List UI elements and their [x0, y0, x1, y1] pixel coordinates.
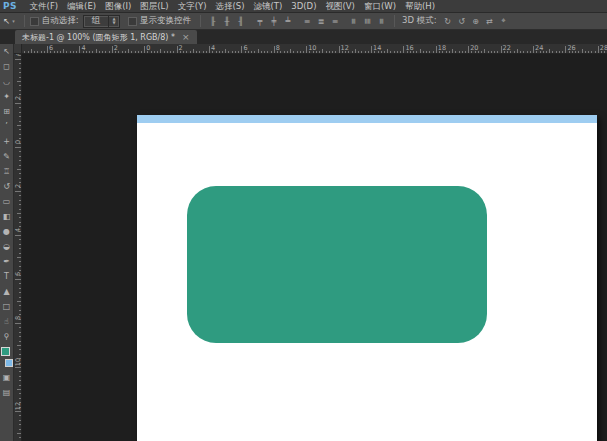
menu-item-5[interactable]: 文字(Y): [173, 0, 211, 13]
pen-tool[interactable]: ✒: [0, 254, 14, 269]
quick-mask-mode-icon[interactable]: ▣: [0, 370, 14, 385]
v-ruler-number: 4: [14, 54, 22, 59]
clone-stamp-tool[interactable]: ♖: [0, 164, 14, 179]
v-ruler-number: 6: [14, 269, 22, 279]
show-transform-checkbox[interactable]: [128, 17, 137, 26]
move-tool[interactable]: ↖: [0, 44, 14, 59]
eraser-tool[interactable]: ▭: [0, 194, 14, 209]
auto-select-checkbox[interactable]: [30, 17, 39, 26]
menu-items: 文件(F)编辑(E)图像(I)图层(L)文字(Y)选择(S)滤镜(T)3D(D)…: [25, 0, 439, 13]
eyedropper-tool[interactable]: ’: [0, 119, 14, 134]
align-left-edges-icon[interactable]: ╟: [207, 15, 219, 27]
crop-tool[interactable]: ⊞: [0, 104, 14, 119]
v-ruler-number: 8: [14, 313, 22, 323]
h-ruler-number: 2: [114, 44, 118, 52]
menu-item-3[interactable]: 图像(I): [101, 0, 136, 13]
spot-healing-brush-tool[interactable]: +: [0, 134, 14, 149]
vertical-ruler[interactable]: 42024681012: [14, 54, 22, 441]
3d-scale-icon[interactable]: ⌖: [498, 15, 510, 27]
path-selection-tool[interactable]: ▲: [0, 284, 14, 299]
dodge-tool[interactable]: ◒: [0, 239, 14, 254]
app-logo[interactable]: PS: [3, 1, 17, 11]
blue-strip-shape[interactable]: [137, 115, 597, 123]
move-tool-icon: ↖: [3, 16, 10, 26]
3d-roll-icon[interactable]: ↺: [456, 15, 468, 27]
align-vertical-centers-icon[interactable]: ╪: [268, 15, 280, 27]
quick-selection-tool[interactable]: ✦: [0, 89, 14, 104]
document-canvas[interactable]: [137, 115, 597, 441]
h-ruler-number: 0: [146, 44, 150, 52]
horizontal-ruler[interactable]: 6420246810121416182022242628: [22, 44, 607, 54]
foreground-color-swatch[interactable]: [1, 347, 10, 356]
tools-list: ↖◻◡✦⊞’+✎♖↺▭◧●◒✒T▲□☝⚲: [0, 44, 14, 344]
menu-item-9[interactable]: 视图(V): [321, 0, 359, 13]
tool-preset-picker[interactable]: ↖ ▾: [3, 16, 15, 26]
distribute-left-edges-icon[interactable]: ≡: [348, 15, 360, 27]
menu-item-7[interactable]: 滤镜(T): [249, 0, 287, 13]
tools-panel: ↖◻◡✦⊞’+✎♖↺▭◧●◒✒T▲□☝⚲ ▣▤: [0, 44, 14, 441]
menu-item-10[interactable]: 窗口(W): [359, 0, 400, 13]
h-ruler-number: 18: [438, 44, 446, 52]
screen-mode-icon[interactable]: ▤: [0, 385, 14, 400]
background-color-swatch[interactable]: [5, 359, 13, 367]
3d-mode-buttons: ↻↺⊕⇄⌖: [441, 15, 511, 27]
photoshop-window: PS 文件(F)编辑(E)图像(I)图层(L)文字(Y)选择(S)滤镜(T)3D…: [0, 0, 607, 441]
h-ruler-number: 24: [535, 44, 543, 52]
v-ruler-number: 2: [14, 93, 22, 103]
v-ruler-number: 4: [14, 225, 22, 235]
type-tool[interactable]: T: [0, 269, 14, 284]
distribute-right-edges-icon[interactable]: ≡: [376, 15, 388, 27]
auto-select-value: 组: [84, 15, 109, 27]
h-ruler-number: 4: [211, 44, 215, 52]
align-horizontal-centers-icon[interactable]: ╫: [221, 15, 233, 27]
h-ruler-number: 6: [49, 44, 53, 52]
shape-tool[interactable]: □: [0, 299, 14, 314]
zoom-tool[interactable]: ⚲: [0, 329, 14, 344]
ruler-corner[interactable]: [14, 44, 22, 54]
h-ruler-number: 8: [276, 44, 280, 52]
blur-tool[interactable]: ●: [0, 224, 14, 239]
distribute-vertical-centers-icon[interactable]: ≣: [315, 15, 327, 27]
gradient-tool[interactable]: ◧: [0, 209, 14, 224]
color-swatches: [0, 346, 14, 368]
h-ruler-number: 10: [308, 44, 316, 52]
h-ruler-number: 20: [470, 44, 478, 52]
document-tab[interactable]: 未标题-1 @ 100% (圆角矩形 1, RGB/8) * ×: [15, 30, 197, 44]
rounded-rectangle-shape[interactable]: [187, 186, 487, 343]
hand-tool[interactable]: ☝: [0, 314, 14, 329]
h-ruler-number: 26: [567, 44, 575, 52]
distribute-horizontal-centers-icon[interactable]: ≣: [362, 15, 374, 27]
3d-slide-icon[interactable]: ⇄: [484, 15, 496, 27]
menu-bar: PS 文件(F)编辑(E)图像(I)图层(L)文字(Y)选择(S)滤镜(T)3D…: [0, 0, 607, 13]
menu-item-2[interactable]: 编辑(E): [63, 0, 101, 13]
canvas-workspace[interactable]: [22, 54, 607, 441]
distribute-bottom-edges-icon[interactable]: ≡: [329, 15, 341, 27]
align-right-edges-icon[interactable]: ╢: [235, 15, 247, 27]
brush-tool[interactable]: ✎: [0, 149, 14, 164]
rectangular-marquee-tool[interactable]: ◻: [0, 59, 14, 74]
close-tab-icon[interactable]: ×: [182, 32, 190, 42]
menu-item-11[interactable]: 帮助(H): [400, 0, 439, 13]
v-ruler-number: 10: [14, 357, 22, 367]
h-ruler-number: 22: [503, 44, 511, 52]
history-brush-tool[interactable]: ↺: [0, 179, 14, 194]
lasso-tool[interactable]: ◡: [0, 74, 14, 89]
menu-item-6[interactable]: 选择(S): [211, 0, 249, 13]
show-transform-label: 显示变换控件: [140, 15, 191, 27]
menu-item-8[interactable]: 3D(D): [287, 0, 321, 13]
align-top-edges-icon[interactable]: ╤: [254, 15, 266, 27]
menu-item-4[interactable]: 图层(L): [136, 0, 173, 13]
tools-bottom: ▣▤: [0, 370, 14, 400]
3d-rotate-icon[interactable]: ↻: [442, 15, 454, 27]
stepper-arrows-icon[interactable]: ▲ ▼: [108, 15, 119, 28]
v-ruler-number: 12: [14, 401, 22, 411]
menu-item-1[interactable]: 文件(F): [25, 0, 63, 13]
auto-select-dropdown[interactable]: 组 ▲ ▼: [83, 15, 121, 28]
align-bottom-edges-icon[interactable]: ╧: [282, 15, 294, 27]
h-ruler-number: 6: [243, 44, 247, 52]
distribute-top-edges-icon[interactable]: ≡: [301, 15, 313, 27]
h-ruler-number: 12: [341, 44, 349, 52]
chevron-down-icon: ▾: [12, 18, 15, 24]
h-ruler-number: 14: [373, 44, 381, 52]
3d-drag-icon[interactable]: ⊕: [470, 15, 482, 27]
